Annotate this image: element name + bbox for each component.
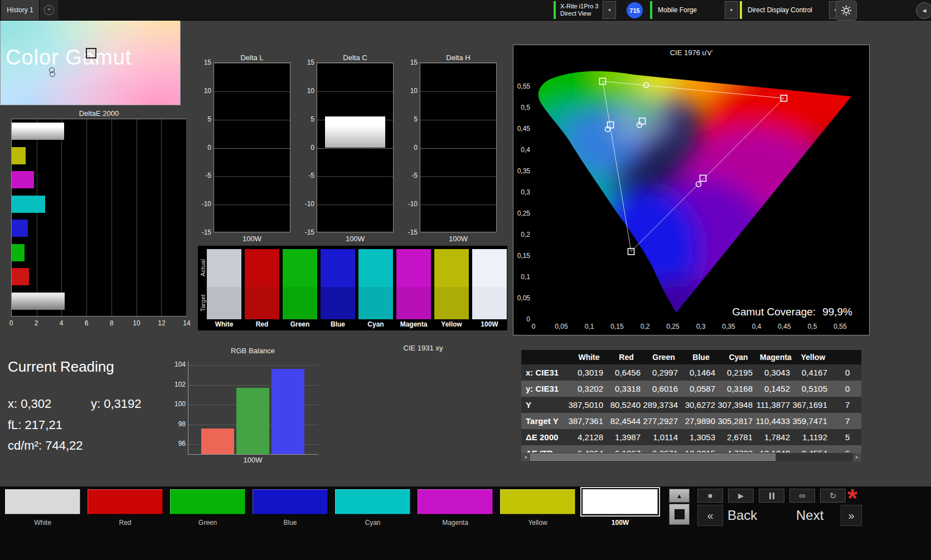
test-patch-row: WhiteRedGreenBlueCyanMagentaYellow100W	[4, 489, 658, 527]
svg-text:0,1: 0,1	[585, 323, 594, 330]
bottom-bar: WhiteRedGreenBlueCyanMagentaYellow100W ▲…	[0, 486, 931, 560]
meter-selector[interactable]: X-Rite i1Pro 3 Direct View ▼	[554, 1, 616, 19]
reading-fl: fL: 217,21	[8, 418, 62, 432]
refresh-button[interactable]: ↻	[820, 489, 846, 503]
svg-text:0,2: 0,2	[521, 231, 530, 238]
app-root: History 1 + X-Rite i1Pro 3 Direct View ▼…	[0, 0, 931, 560]
refresh-icon: ↻	[830, 491, 837, 501]
svg-text:0: 0	[532, 323, 536, 330]
display-control-selector[interactable]: Direct Display Control ▼	[740, 1, 842, 19]
collapse-panel-button[interactable]: ◀	[916, 2, 931, 19]
table-scrollbar[interactable]: ◄ ►	[521, 452, 861, 461]
delta-bar	[325, 116, 385, 148]
patch-100w[interactable]: 100W	[582, 489, 658, 527]
deltae-x-axis: 02468101214	[11, 319, 187, 328]
svg-text:0,05: 0,05	[517, 294, 531, 302]
chevron-down-icon[interactable]: ▼	[725, 1, 738, 19]
stop-icon: ■	[708, 491, 712, 500]
deltae-bar-green	[12, 244, 25, 261]
deltae-bar-100w	[12, 293, 65, 310]
source-selector[interactable]: Mobile Forge ▼	[650, 1, 738, 19]
rgb-bar-red	[201, 428, 234, 454]
svg-text:0,05: 0,05	[555, 323, 568, 330]
deltae-bar-magenta	[12, 171, 34, 188]
page-title: Color Gamut	[6, 46, 132, 70]
window-button[interactable]	[669, 504, 690, 525]
rgb-bar-green	[236, 388, 269, 454]
source-name: Mobile Forge	[652, 1, 725, 19]
cie-1931-title: CIE 1931 xy	[333, 344, 513, 352]
deltae-bar-yellow	[12, 147, 26, 164]
scroll-right-arrow[interactable]: ►	[853, 453, 861, 461]
swatch-blue: Blue	[321, 249, 355, 329]
table-row: x: CIE310,30190,64560,29970,14640,21950,…	[521, 364, 861, 381]
delta-lch-charts: Delta L151050-5-10-15100WDelta C151050-5…	[198, 53, 502, 243]
measurement-count-badge[interactable]: 715	[627, 2, 643, 18]
swatch-cyan: Cyan	[358, 249, 393, 329]
svg-text:0,1: 0,1	[521, 273, 530, 281]
svg-text:0: 0	[526, 315, 530, 323]
gamut-coverage: Gamut Coverage:99,9%	[732, 306, 852, 318]
patch-green[interactable]: Green	[169, 489, 246, 527]
svg-text:0,5: 0,5	[808, 323, 817, 330]
delta-chart-delta-h: Delta H151050-5-10-15100W	[404, 53, 502, 243]
table-row: Target Y387,736182,4544277,292727,989030…	[521, 413, 861, 429]
pause-button[interactable]	[759, 489, 784, 503]
swatch-red: Red	[245, 249, 279, 329]
scroll-left-arrow[interactable]: ◄	[521, 453, 530, 461]
patch-white[interactable]: White	[4, 489, 81, 527]
settings-button[interactable]	[836, 1, 857, 21]
back-button[interactable]: Back	[728, 505, 757, 526]
top-bar: History 1 + X-Rite i1Pro 3 Direct View ▼…	[0, 0, 931, 21]
gear-icon	[841, 5, 852, 16]
table-row: Y387,501080,5240289,373430,6272307,39481…	[521, 397, 861, 413]
meter-name: X-Rite i1Pro 3	[560, 3, 598, 10]
svg-text:0,3: 0,3	[521, 188, 530, 196]
tab-history-1[interactable]: History 1	[1, 0, 39, 20]
display-control-name: Direct Display Control	[742, 1, 829, 19]
svg-text:0,25: 0,25	[666, 323, 680, 330]
xy-measured-marker	[50, 71, 55, 77]
square-icon	[675, 509, 685, 519]
play-icon: ▶	[738, 491, 744, 500]
patch-blue[interactable]: Blue	[252, 489, 328, 527]
measurement-table: WhiteRedGreenBlueCyanMagentaYellowx: CIE…	[521, 350, 861, 461]
scrollbar-thumb[interactable]	[530, 454, 775, 461]
play-button[interactable]: ▶	[728, 489, 754, 503]
reading-cd: cd/m²: 744,22	[8, 439, 83, 453]
infinity-icon: ∞	[799, 491, 805, 501]
deltae-bar-cyan	[12, 196, 45, 213]
reading-y: y: 0,3192	[91, 397, 142, 411]
color-swatch-strip: Actual Target WhiteRedGreenBlueCyanMagen…	[198, 246, 507, 330]
rgb-balance-chart: RGB Balance 1041021009896 100W	[169, 347, 325, 465]
add-tab-button[interactable]: +	[40, 0, 58, 20]
up-arrow-icon: ▲	[676, 493, 682, 499]
patch-cyan[interactable]: Cyan	[334, 489, 411, 527]
continuous-loop-button[interactable]: ∞	[789, 489, 815, 503]
svg-text:0,2: 0,2	[641, 323, 650, 330]
up-arrow-button[interactable]: ▲	[669, 489, 690, 503]
deltae-bar-red	[12, 268, 29, 285]
table-row: y: CIE310,32020,33180,60160,05870,31680,…	[521, 381, 861, 397]
next-button[interactable]: Next	[796, 505, 823, 526]
tab-label: History 1	[7, 6, 33, 14]
cie-1976-title: CIE 1976 u'v'	[513, 48, 869, 57]
current-reading-title: Current Reading	[8, 358, 114, 376]
svg-text:0,15: 0,15	[610, 323, 624, 330]
table-row: ΔE 20004,21281,39871,01141,30532,67811,7…	[521, 429, 861, 445]
collapse-left-icon: ◀	[923, 8, 927, 13]
delta-chart-delta-l: Delta L151050-5-10-15100W	[198, 53, 295, 243]
chevron-down-icon[interactable]: ▼	[603, 1, 616, 19]
delta-chart-delta-c: Delta C151050-5-10-15100W	[301, 53, 399, 243]
patch-yellow[interactable]: Yellow	[500, 489, 576, 527]
svg-text:0,45: 0,45	[778, 323, 791, 330]
xy-target-marker	[86, 48, 96, 59]
stop-button[interactable]: ■	[697, 489, 723, 503]
patch-magenta[interactable]: Magenta	[417, 489, 493, 527]
back-arrow-button[interactable]: «	[697, 505, 723, 526]
patch-red[interactable]: Red	[87, 489, 163, 527]
plus-icon: +	[44, 5, 54, 15]
deltae-bar-blue	[12, 220, 28, 237]
svg-text:0,4: 0,4	[521, 146, 530, 154]
svg-text:0,55: 0,55	[833, 323, 847, 330]
